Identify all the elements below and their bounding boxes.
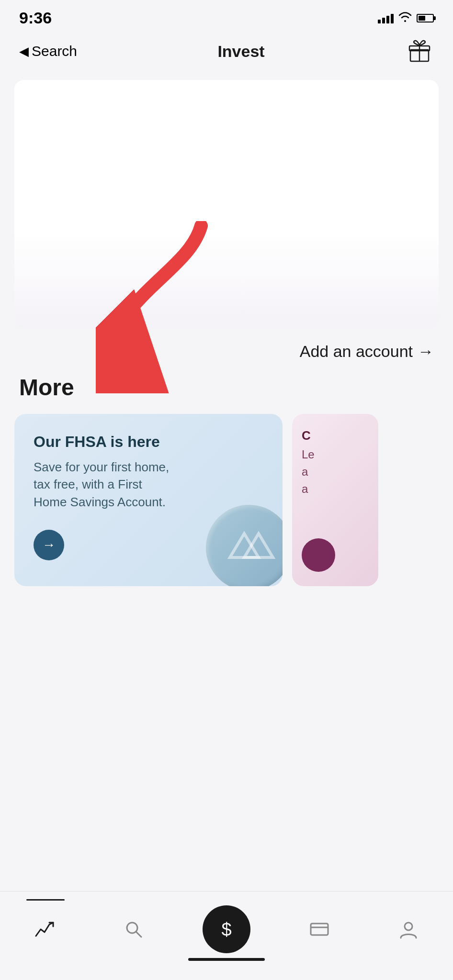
coin-logo-icon (220, 519, 278, 577)
bottom-nav: $ (0, 891, 453, 980)
nav-item-invest[interactable] (24, 914, 65, 945)
fhsa-arrow-button[interactable]: → (34, 530, 64, 560)
fhsa-arrow-icon: → (42, 537, 56, 553)
card-icon (309, 919, 330, 940)
svg-rect-7 (311, 924, 328, 935)
add-account-button[interactable]: Add an account → (300, 342, 434, 361)
nav-item-card[interactable] (299, 914, 340, 945)
nav-item-search[interactable] (113, 914, 154, 945)
back-button[interactable]: ◀ Search (19, 43, 77, 59)
svg-marker-4 (244, 534, 273, 557)
second-card-circle (302, 538, 335, 572)
cards-row: Our FHSA is here Save for your first hom… (14, 414, 439, 586)
battery-icon (417, 14, 434, 22)
main-chart-card (14, 80, 439, 329)
fhsa-card-description: Save for your first home, tax free, with… (34, 458, 177, 511)
fhsa-card-title: Our FHSA is here (34, 433, 263, 451)
svg-line-6 (136, 932, 141, 937)
more-section: More Our FHSA is here Save for your firs… (0, 374, 453, 601)
more-title: More (14, 374, 439, 401)
search-icon (123, 919, 144, 940)
profile-icon (398, 919, 419, 940)
gift-icon (408, 39, 431, 63)
gift-button[interactable] (405, 37, 434, 66)
status-bar: 9:36 (0, 0, 453, 32)
add-account-row: Add an account → (0, 329, 453, 374)
nav-item-profile[interactable] (388, 914, 429, 945)
second-card-line2: a (302, 465, 369, 479)
second-card[interactable]: C Le a a (292, 414, 378, 586)
signal-icon (378, 13, 394, 23)
second-card-line1: Le (302, 448, 369, 461)
add-account-arrow: → (418, 342, 434, 361)
nav-bar: ◀ Search Invest (0, 32, 453, 75)
svg-point-9 (405, 923, 412, 930)
fhsa-card[interactable]: Our FHSA is here Save for your first hom… (14, 414, 283, 586)
svg-marker-3 (230, 534, 259, 557)
fhsa-coin-decoration (206, 505, 283, 586)
page-title: Invest (217, 42, 264, 61)
nav-item-dollar[interactable]: $ (203, 905, 250, 953)
invest-icon (34, 919, 55, 940)
back-arrow-icon: ◀ (19, 44, 29, 59)
status-icons (378, 11, 434, 25)
dollar-icon: $ (221, 919, 231, 940)
invest-tab-indicator (26, 899, 65, 901)
add-account-label: Add an account (300, 342, 413, 361)
second-card-partial-text: C (302, 428, 369, 443)
wifi-icon (398, 11, 412, 25)
bottom-nav-items: $ (0, 905, 453, 953)
home-indicator (188, 958, 265, 961)
back-label: Search (32, 43, 77, 59)
second-card-line3: a (302, 482, 369, 496)
status-time: 9:36 (19, 9, 52, 27)
